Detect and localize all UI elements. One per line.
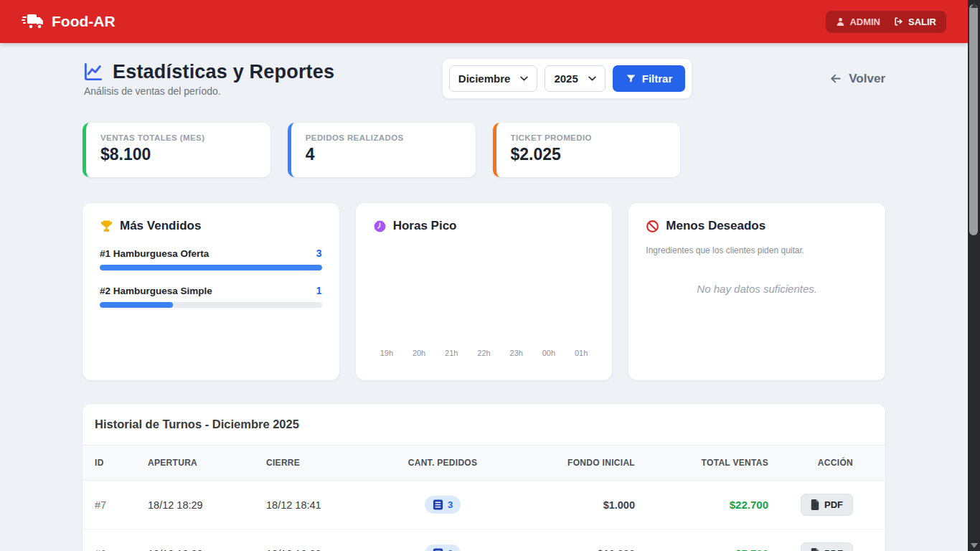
stat-card-avg-ticket: TICKET PROMEDIO $2.025 bbox=[493, 123, 681, 177]
shift-close: 18/12 18:41 bbox=[266, 481, 357, 529]
logout-label: SALIR bbox=[908, 17, 936, 27]
hour-tick: 20h bbox=[413, 349, 425, 357]
pdf-button-label: PDF bbox=[824, 499, 843, 510]
receipt-list-icon bbox=[433, 499, 443, 510]
product-label: #2 Hamburguesa Simple bbox=[100, 286, 212, 296]
navbar: Food-AR ADMIN SALIR bbox=[0, 0, 968, 43]
col-apertura: APERTURA bbox=[148, 446, 266, 481]
scrollbar[interactable] bbox=[968, 0, 980, 551]
stats-grid: VENTAS TOTALES (MES) $8.100 PEDIDOS REAL… bbox=[83, 123, 885, 177]
total-sales: $22.700 bbox=[635, 481, 768, 529]
filter-button[interactable]: Filtrar bbox=[613, 65, 686, 92]
year-select-value: 2025 bbox=[554, 72, 578, 85]
shifts-table-title: Historial de Turnos - Diciembre 2025 bbox=[83, 404, 885, 445]
hour-tick: 19h bbox=[380, 349, 393, 357]
stat-card-total-sales: VENTAS TOTALES (MES) $8.100 bbox=[83, 123, 270, 177]
orders-badge: 2 bbox=[425, 545, 461, 551]
month-select[interactable]: Diciembre bbox=[449, 65, 538, 92]
shift-orders-cell: 2 bbox=[357, 529, 528, 551]
shifts-table: ID APERTURA CIERRE CANT. PEDIDOS FONDO I… bbox=[83, 445, 885, 551]
best-sellers-title: Más Vendidos bbox=[120, 219, 201, 233]
col-cierre: CIERRE bbox=[266, 446, 357, 481]
hours-axis: 19h 20h 21h 22h 23h 00h 01h bbox=[373, 349, 595, 357]
admin-user[interactable]: ADMIN bbox=[836, 17, 880, 27]
back-link-label: Volver bbox=[849, 72, 885, 86]
pdf-button-label: PDF bbox=[824, 548, 843, 551]
stat-label: VENTAS TOTALES (MES) bbox=[100, 133, 256, 142]
initial-fund: $10.000 bbox=[528, 529, 635, 551]
logout-icon bbox=[893, 17, 904, 27]
col-fondo-inicial: FONDO INICIAL bbox=[528, 446, 635, 481]
hour-tick: 21h bbox=[445, 349, 458, 357]
scrollbar-thumb[interactable] bbox=[969, 4, 978, 235]
product-count: 1 bbox=[316, 285, 322, 296]
chevron-down-icon bbox=[588, 76, 596, 81]
progress-fill bbox=[100, 265, 322, 270]
shift-orders-cell: 3 bbox=[357, 481, 528, 529]
table-row: #6 18/12 18:28 18/12 18:28 2 $10.000 bbox=[83, 529, 885, 551]
hour-tick: 00h bbox=[542, 349, 555, 357]
scrollbar-down-arrow[interactable] bbox=[971, 543, 978, 548]
best-seller-item: #1 Hamburguesa Oferta 3 bbox=[100, 248, 322, 270]
shift-id: #7 bbox=[83, 481, 148, 529]
peak-hours-panel: Horas Pico 19h 20h 21h 22h 23h 00h 01h bbox=[356, 203, 613, 380]
arrow-left-icon bbox=[829, 72, 843, 85]
table-row: #7 18/12 18:29 18/12 18:41 3 $1.000 bbox=[83, 481, 885, 529]
filter-card: Diciembre 2025 Filtrar bbox=[442, 58, 692, 99]
pdf-file-icon bbox=[811, 499, 819, 510]
best-sellers-panel: Más Vendidos #1 Hamburguesa Oferta 3 #2 … bbox=[83, 203, 339, 380]
scrollbar-up-arrow[interactable] bbox=[971, 3, 978, 8]
clock-icon bbox=[373, 220, 387, 233]
brand-name: Food-AR bbox=[52, 13, 116, 30]
logout-button[interactable]: SALIR bbox=[893, 17, 936, 27]
least-wanted-subtitle: Ingredientes que los clientes piden quit… bbox=[646, 245, 868, 255]
progress-bar bbox=[100, 302, 322, 308]
hour-tick: 22h bbox=[477, 349, 490, 357]
user-icon bbox=[836, 17, 845, 27]
peak-hours-title: Horas Pico bbox=[393, 219, 457, 233]
ban-icon bbox=[646, 220, 659, 233]
filter-button-label: Filtrar bbox=[642, 72, 673, 85]
action-cell: PDF bbox=[768, 481, 885, 529]
shift-open: 18/12 18:29 bbox=[148, 481, 266, 529]
col-total-ventas: TOTAL VENTAS bbox=[635, 446, 768, 481]
main-content: Estadísticas y Reportes Análisis de vent… bbox=[83, 43, 885, 551]
peak-hours-chart-area bbox=[373, 233, 595, 349]
admin-label: ADMIN bbox=[849, 17, 880, 27]
orders-count: 3 bbox=[448, 499, 453, 510]
orders-count: 2 bbox=[448, 548, 453, 551]
brand[interactable]: Food-AR bbox=[22, 12, 116, 31]
pdf-file-icon bbox=[811, 548, 819, 551]
progress-bar bbox=[100, 265, 322, 270]
total-sales: $7.700 bbox=[635, 529, 768, 551]
page-title: Estadísticas y Reportes bbox=[113, 61, 334, 83]
user-pill: ADMIN SALIR bbox=[826, 11, 946, 33]
shift-open: 18/12 18:28 bbox=[148, 529, 266, 551]
year-select[interactable]: 2025 bbox=[545, 65, 605, 92]
delivery-truck-icon bbox=[22, 12, 44, 31]
funnel-icon bbox=[626, 73, 636, 84]
hour-tick: 01h bbox=[575, 349, 588, 357]
least-wanted-title: Menos Deseados bbox=[666, 219, 765, 233]
pdf-button[interactable]: PDF bbox=[801, 494, 853, 516]
shifts-table-card: Historial de Turnos - Diciembre 2025 ID … bbox=[83, 404, 885, 551]
stat-label: PEDIDOS REALIZADOS bbox=[306, 133, 461, 142]
month-select-value: Diciembre bbox=[458, 72, 511, 85]
progress-fill bbox=[100, 302, 173, 308]
receipt-list-icon bbox=[433, 548, 443, 551]
product-count: 3 bbox=[316, 248, 322, 259]
page: Food-AR ADMIN SALIR bbox=[0, 0, 968, 551]
shift-close: 18/12 18:28 bbox=[266, 529, 357, 551]
col-cant-pedidos: CANT. PEDIDOS bbox=[357, 446, 528, 481]
col-accion: ACCIÓN bbox=[768, 446, 885, 481]
stat-value: $2.025 bbox=[511, 145, 666, 164]
action-cell: PDF bbox=[768, 529, 885, 551]
no-data-message: No hay datos suficientes. bbox=[646, 283, 868, 295]
hour-tick: 23h bbox=[510, 349, 523, 357]
back-link[interactable]: Volver bbox=[829, 72, 885, 86]
shift-id: #6 bbox=[83, 529, 148, 551]
panels-grid: Más Vendidos #1 Hamburguesa Oferta 3 #2 … bbox=[83, 203, 885, 380]
pdf-button[interactable]: PDF bbox=[801, 542, 853, 551]
orders-badge: 3 bbox=[425, 496, 461, 514]
stat-label: TICKET PROMEDIO bbox=[511, 133, 666, 142]
